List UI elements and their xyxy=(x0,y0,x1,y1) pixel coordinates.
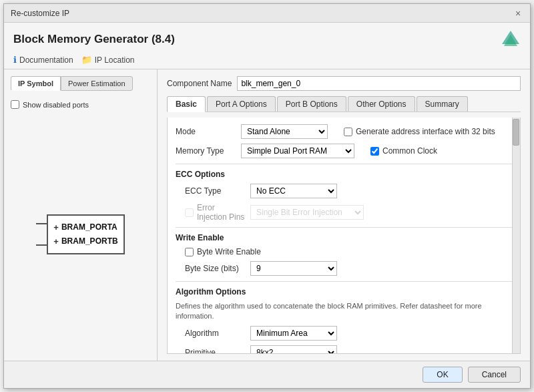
scrollbar-thumb[interactable] xyxy=(513,119,519,146)
error-injection-select[interactable]: Single Bit Error Injection xyxy=(250,205,364,220)
ecc-type-select[interactable]: No ECC xyxy=(250,184,337,198)
algorithm-section-title: Algorithm Options xyxy=(176,287,512,297)
byte-size-select[interactable]: 9 xyxy=(250,261,337,276)
ecc-section-title: ECC Options xyxy=(176,170,512,179)
show-ports-row: Show disabled ports xyxy=(11,100,150,109)
common-clock-label: Common Clock xyxy=(382,146,437,156)
cancel-button[interactable]: Cancel xyxy=(468,367,521,383)
toolbar: ℹ Documentation 📁 IP Location xyxy=(4,53,530,69)
tab-content-basic: Mode Stand Alone Generate address interf… xyxy=(167,118,521,354)
bram-porta: + BRAM_PORTA xyxy=(53,222,117,232)
tab-port-b[interactable]: Port B Options xyxy=(277,96,346,112)
byte-write-label: Byte Write Enable xyxy=(197,247,261,256)
byte-write-checkbox[interactable] xyxy=(185,248,194,256)
memory-type-select[interactable]: Simple Dual Port RAM xyxy=(241,144,354,158)
title-bar-text: Re-customize IP xyxy=(11,9,69,18)
right-panel: Component Name Basic Port A Options Port… xyxy=(158,69,530,361)
left-panel: IP Symbol Power Estimation Show disabled… xyxy=(4,69,158,361)
component-name-input[interactable] xyxy=(237,76,521,91)
memory-type-label: Memory Type xyxy=(176,146,236,156)
algorithm-row: Algorithm Minimum Area xyxy=(176,326,512,341)
bottom-bar: OK Cancel xyxy=(4,361,530,388)
bram-symbol: + BRAM_PORTA + BRAM_PORTB xyxy=(47,214,124,254)
tab-port-a[interactable]: Port A Options xyxy=(207,96,276,112)
mode-row: Mode Stand Alone Generate address interf… xyxy=(176,124,512,139)
content-area: IP Symbol Power Estimation Show disabled… xyxy=(4,69,530,361)
ip-location-link[interactable]: 📁 IP Location xyxy=(81,55,135,65)
app-title: Block Memory Generator (8.4) xyxy=(13,33,175,46)
symbol-area: + BRAM_PORTA + BRAM_PORTB xyxy=(11,114,150,354)
dialog: Re-customize IP × Block Memory Generator… xyxy=(3,3,531,389)
main-tabs: Basic Port A Options Port B Options Othe… xyxy=(167,96,521,112)
close-button[interactable]: × xyxy=(513,8,523,19)
tab-power-estimation[interactable]: Power Estimation xyxy=(61,76,133,91)
documentation-label: Documentation xyxy=(19,55,73,65)
common-clock-checkbox[interactable] xyxy=(370,147,379,156)
tab-basic[interactable]: Basic xyxy=(167,96,206,112)
primitive-label: Primitive xyxy=(185,348,245,354)
gen-address-label: Generate address interface with 32 bits xyxy=(356,127,495,136)
mode-label: Mode xyxy=(176,127,236,136)
gen-address-checkbox[interactable] xyxy=(344,128,352,136)
error-injection-checkbox[interactable] xyxy=(185,208,194,217)
header: Block Memory Generator (8.4) xyxy=(4,23,530,53)
algorithm-label: Algorithm xyxy=(185,329,245,338)
error-injection-row: Error Injection Pins Single Bit Error In… xyxy=(176,203,512,222)
tab-other-options[interactable]: Other Options xyxy=(348,96,415,112)
byte-size-label: Byte Size (bits) xyxy=(185,264,245,273)
primitive-select[interactable]: 8kx2 xyxy=(250,345,337,354)
primitive-row: Primitive 8kx2 xyxy=(176,345,512,354)
common-clock-row: Common Clock xyxy=(370,146,437,156)
byte-write-row: Byte Write Enable xyxy=(176,247,512,256)
algorithm-select[interactable]: Minimum Area xyxy=(250,326,337,341)
scrollbar-track xyxy=(512,118,520,353)
memory-type-row: Memory Type Simple Dual Port RAM Common … xyxy=(176,144,512,158)
show-ports-label: Show disabled ports xyxy=(23,101,89,109)
component-name-label: Component Name xyxy=(167,79,232,88)
error-injection-label: Error Injection Pins xyxy=(197,203,245,222)
component-name-row: Component Name xyxy=(167,76,521,91)
ecc-type-label: ECC Type xyxy=(185,186,245,196)
write-enable-section-title: Write Enable xyxy=(176,233,512,242)
tab-summary[interactable]: Summary xyxy=(417,96,468,112)
left-tabs: IP Symbol Power Estimation xyxy=(11,76,150,91)
info-icon: ℹ xyxy=(13,55,17,65)
documentation-link[interactable]: ℹ Documentation xyxy=(13,55,73,65)
tab-ip-symbol[interactable]: IP Symbol xyxy=(11,76,61,91)
byte-size-row: Byte Size (bits) 9 xyxy=(176,261,512,276)
folder-icon: 📁 xyxy=(81,55,92,65)
mode-select[interactable]: Stand Alone xyxy=(241,124,328,139)
ip-location-label: IP Location xyxy=(95,55,135,65)
logo-icon xyxy=(501,29,521,49)
gen-address-checkbox-row: Generate address interface with 32 bits xyxy=(344,127,495,136)
title-bar: Re-customize IP × xyxy=(4,4,530,23)
ecc-type-row: ECC Type No ECC xyxy=(176,184,512,198)
algorithm-desc: Defines the algorithm used to concatenat… xyxy=(176,301,512,322)
bram-portb: + BRAM_PORTB xyxy=(53,236,117,246)
show-ports-checkbox[interactable] xyxy=(11,100,19,109)
ok-button[interactable]: OK xyxy=(423,367,462,383)
